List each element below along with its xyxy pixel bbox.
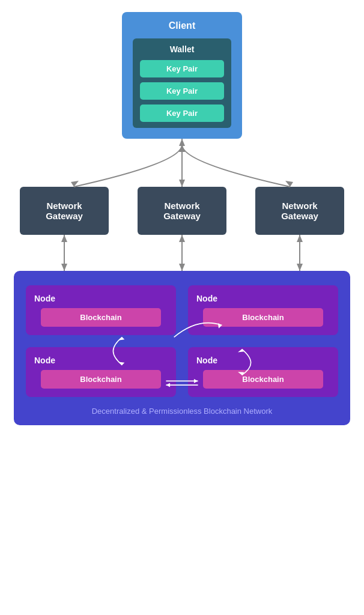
- gateway-left-label: Network Gateway: [29, 201, 99, 221]
- blockchain-bottom-left: Blockchain: [41, 370, 161, 389]
- gateway-center: Network Gateway: [138, 187, 226, 235]
- gateway-center-label: Network Gateway: [147, 201, 217, 221]
- gateway-to-network-arrows: [20, 235, 344, 271]
- blockchain-top-right: Blockchain: [203, 308, 323, 327]
- svg-marker-11: [179, 264, 185, 271]
- nodes-container: Node Blockchain Node Blockchain Node Blo…: [26, 285, 338, 397]
- node-top-left: Node Blockchain: [26, 285, 176, 335]
- key-pair-1: Key Pair: [140, 60, 224, 77]
- node-bottom-right-label: Node: [196, 356, 217, 365]
- svg-marker-14: [297, 264, 303, 271]
- svg-marker-1: [179, 139, 185, 146]
- gateway-right: Network Gateway: [255, 187, 344, 235]
- network-label: Decentralized & Permissionless Blockchai…: [92, 407, 273, 416]
- client-box: Client Wallet Key Pair Key Pair Key Pair: [122, 12, 242, 139]
- network-box: Node Blockchain Node Blockchain Node Blo…: [14, 271, 350, 425]
- svg-marker-8: [61, 264, 67, 271]
- node-top-right: Node Blockchain: [188, 285, 338, 335]
- node-bottom-right: Node Blockchain: [188, 347, 338, 397]
- svg-marker-4: [179, 145, 185, 152]
- blockchain-top-left: Blockchain: [41, 308, 161, 327]
- node-bottom-left: Node Blockchain: [26, 347, 176, 397]
- gateways-row: Network Gateway Network Gateway Network …: [20, 187, 344, 235]
- diagram: Client Wallet Key Pair Key Pair Key Pair: [6, 12, 358, 425]
- key-pair-3: Key Pair: [140, 105, 224, 122]
- svg-marker-9: [61, 235, 67, 242]
- wallet-label: Wallet: [170, 44, 195, 54]
- node-bottom-left-label: Node: [34, 356, 55, 365]
- svg-marker-2: [179, 180, 185, 187]
- svg-marker-15: [297, 235, 303, 242]
- wallet-box: Wallet Key Pair Key Pair Key Pair: [133, 38, 231, 128]
- gateway-left: Network Gateway: [20, 187, 109, 235]
- client-label: Client: [169, 20, 195, 31]
- svg-marker-3: [71, 181, 79, 187]
- svg-marker-6: [179, 145, 185, 152]
- blockchain-bottom-right: Blockchain: [203, 370, 323, 389]
- client-to-gateway-arrows: [26, 139, 338, 187]
- svg-marker-5: [285, 181, 293, 187]
- key-pair-2: Key Pair: [140, 82, 224, 100]
- node-top-left-label: Node: [34, 294, 55, 303]
- node-top-right-label: Node: [196, 294, 217, 303]
- gateway-right-label: Network Gateway: [265, 201, 335, 221]
- nodes-grid: Node Blockchain Node Blockchain Node Blo…: [26, 285, 338, 397]
- svg-marker-12: [179, 235, 185, 242]
